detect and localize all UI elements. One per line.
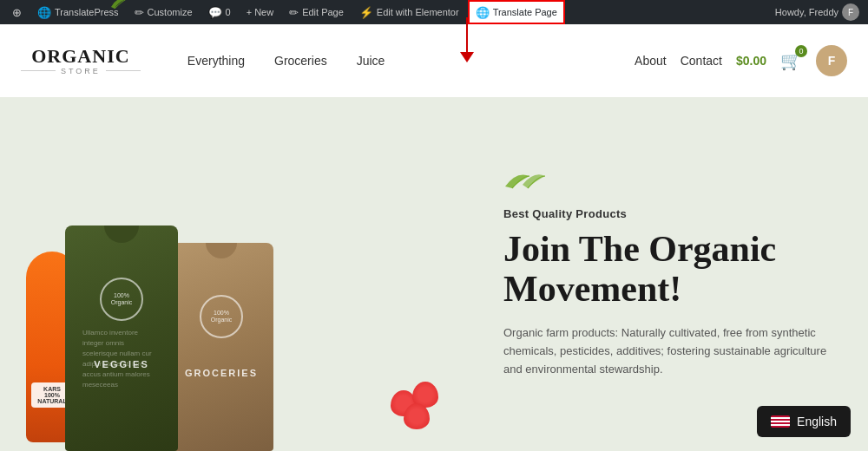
admin-avatar[interactable]: F <box>842 3 859 21</box>
nav-juice[interactable]: Juice <box>345 49 398 73</box>
admin-edit-page[interactable]: ✏ Edit Page <box>282 0 351 24</box>
hero-title: Join The Organic Movement! <box>503 229 833 309</box>
hero-description: Organic farm products: Naturally cultiva… <box>503 324 833 378</box>
nav-bar: ORGANIC STORE Everything Groceries Juice… <box>0 24 868 97</box>
veggies-bag-badge: 100%Organic <box>100 278 143 321</box>
groceries-bag-badge: 100%Organic <box>200 295 243 338</box>
cart-price: $0.00 <box>736 54 766 68</box>
hero-section: KARS100%NATURAL 100%Organic VEGGIES Ulla… <box>0 97 868 451</box>
strawberry-3 <box>404 403 430 429</box>
translatepress-icon: 🌐 <box>37 6 51 19</box>
hero-content: Best Quality Products Join The Organic M… <box>477 97 868 451</box>
admin-comments[interactable]: 💬 0 <box>201 0 238 24</box>
cart-button[interactable]: 🛒 0 <box>780 50 802 71</box>
admin-edit-elementor[interactable]: ⚡ Edit with Elementor <box>352 0 466 24</box>
leaf-decoration <box>503 169 833 195</box>
main-nav: Everything Groceries Juice <box>175 49 398 73</box>
nav-contact[interactable]: Contact <box>681 54 722 68</box>
nav-everything[interactable]: Everything <box>175 49 257 73</box>
translate-icon: 🌐 <box>476 6 490 19</box>
admin-wp-logo[interactable]: ⊕ <box>5 0 29 24</box>
admin-bar-right: Howdy, Freddy F <box>775 3 863 21</box>
groceries-bag: 100%Organic GROCERIES <box>169 243 273 451</box>
elementor-icon: ⚡ <box>359 6 373 19</box>
product-scene: KARS100%NATURAL 100%Organic VEGGIES Ulla… <box>0 97 477 451</box>
admin-new[interactable]: + New <box>240 0 281 24</box>
cart-badge: 0 <box>795 45 807 57</box>
language-label: English <box>797 415 837 428</box>
user-avatar[interactable]: F <box>816 45 847 76</box>
logo-subtitle: STORE <box>61 68 101 75</box>
nav-groceries[interactable]: Groceries <box>262 49 339 73</box>
site-logo[interactable]: ORGANIC STORE <box>21 47 141 75</box>
leaf-svg-icon <box>503 169 547 192</box>
comment-icon: 💬 <box>208 6 222 19</box>
admin-customize[interactable]: ✏ Customize <box>128 0 200 24</box>
veggies-bag-text: Ullamco inventore integer omnis sceleris… <box>65 319 178 399</box>
groceries-bag-label: GROCERIES <box>185 368 258 378</box>
strawberries-decoration <box>391 382 460 451</box>
hero-subtitle: Best Quality Products <box>503 207 833 220</box>
edit-icon: ✏ <box>135 6 144 19</box>
logo-leaf-icon <box>108 0 132 10</box>
wordpress-icon: ⊕ <box>12 6 22 19</box>
hero-image-area: KARS100%NATURAL 100%Organic VEGGIES Ulla… <box>0 97 477 451</box>
admin-translate-page[interactable]: 🌐 Translate Page <box>468 0 565 24</box>
edit-page-icon: ✏ <box>289 6 299 19</box>
flag-icon <box>771 415 790 428</box>
language-badge[interactable]: English <box>757 406 851 437</box>
veggies-bag: 100%Organic VEGGIES Ullamco inventore in… <box>65 226 178 451</box>
logo-text: ORGANIC <box>31 45 129 67</box>
nav-about[interactable]: About <box>635 54 667 68</box>
nav-right: About Contact $0.00 🛒 0 F <box>635 45 847 76</box>
